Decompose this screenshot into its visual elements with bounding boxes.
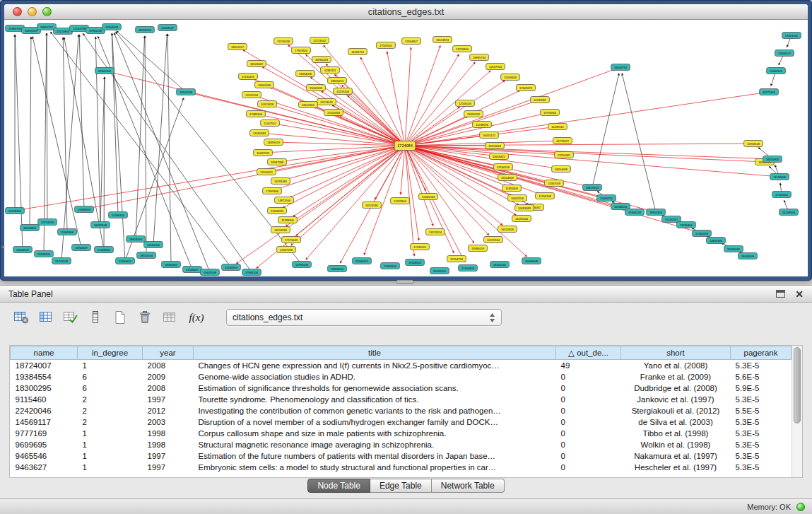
graph-node[interactable]: 16778097 [553, 138, 572, 144]
create-column-icon[interactable] [112, 310, 129, 325]
table-row[interactable]: 1830029562008Estimation of significance … [11, 382, 792, 394]
graph-node[interactable]: 14805306 [707, 238, 726, 244]
graph-node[interactable]: 17173049 [282, 237, 301, 243]
graph-node[interactable]: 17503501 [377, 42, 396, 49]
graph-node[interactable]: 17560208 [693, 230, 712, 237]
table-scrollbar[interactable] [792, 346, 802, 477]
graph-node[interactable]: 17999366 [263, 188, 282, 194]
tab-node-table[interactable]: Node Table [307, 479, 370, 493]
table-row[interactable]: 969969511998Structural magnetic resonanc… [11, 439, 792, 450]
graph-node[interactable]: 19245012 [724, 246, 743, 252]
graph-node[interactable]: 15985306 [58, 229, 77, 235]
graph-node[interactable]: 16962096 [255, 82, 274, 88]
graph-node[interactable]: 15130207 [662, 216, 681, 223]
graph-node[interactable]: 17052658 [324, 110, 343, 116]
graph-node[interactable]: 18273405 [760, 89, 779, 95]
graph-node[interactable]: 17485606 [247, 111, 266, 117]
graph-node[interactable]: 16524580 [363, 202, 382, 209]
graph-node[interactable]: 15406705 [597, 195, 616, 201]
graph-node[interactable]: 16084305 [162, 262, 181, 268]
graph-node[interactable]: 14603909 [13, 247, 33, 253]
graph-node[interactable]: 16513874 [433, 37, 452, 43]
graph-node[interactable]: 19603508 [201, 269, 220, 276]
graph-node[interactable]: 15703108 [52, 258, 71, 264]
graph-node[interactable]: 20301305 [95, 68, 114, 74]
graph-node[interactable]: 16904208 [102, 24, 122, 30]
graph-node[interactable]: 10913328 [258, 101, 277, 107]
graph-node[interactable]: 13153554 [426, 229, 445, 235]
network-window-titlebar[interactable]: citations_edges.txt [4, 4, 808, 20]
graph-node[interactable]: 12904807 [402, 38, 421, 45]
delete-column-icon[interactable] [136, 310, 153, 325]
graph-node[interactable]: 17903304 [292, 47, 311, 54]
graph-hub-node[interactable]: 1724084 [394, 141, 416, 151]
graph-node[interactable]: 18416821 [490, 153, 509, 160]
graph-node[interactable]: 19306108 [625, 209, 645, 216]
table-mode-icon[interactable] [13, 310, 30, 325]
graph-node[interactable]: 12506026 [456, 100, 475, 107]
graph-node[interactable]: 16425108 [91, 222, 110, 228]
column-icon[interactable] [87, 310, 104, 325]
graph-node[interactable]: 18103301 [299, 102, 318, 108]
graph-node[interactable]: 13754081 [555, 152, 574, 158]
graph-node[interactable]: 11007552 [261, 120, 280, 127]
graph-node[interactable]: 12637954 [486, 64, 505, 70]
graph-node[interactable]: 18903304 [647, 209, 666, 216]
graph-node[interactable]: 12223542 [310, 37, 329, 44]
graph-node[interactable]: 17609674 [517, 85, 536, 91]
tab-network-table[interactable]: Network Table [432, 479, 505, 493]
graph-node[interactable]: 16334008 [296, 71, 315, 77]
graph-node[interactable]: 12160516 [494, 164, 513, 170]
graph-node[interactable]: 12754209 [38, 219, 57, 226]
column-header-out_de[interactable]: △ out_de... [556, 346, 621, 360]
graph-node[interactable]: 15208107 [158, 25, 177, 31]
graph-node[interactable]: 11855609 [502, 185, 522, 192]
graph-node[interactable]: 12990508 [293, 262, 312, 268]
graph-node[interactable]: 14872006 [275, 197, 294, 204]
graph-node[interactable]: 19306903 [75, 206, 94, 213]
close-panel-icon[interactable]: ✕ [795, 289, 804, 299]
graph-node[interactable]: 19565683 [250, 130, 269, 136]
graph-node[interactable]: 18100235 [490, 262, 510, 268]
graph-node[interactable]: 11956108 [536, 193, 555, 199]
window-resize-grip[interactable] [396, 280, 414, 284]
graph-node[interactable]: 18103022 [247, 61, 266, 67]
graph-node[interactable]: 15260903 [222, 264, 241, 271]
graph-node[interactable]: 16706205 [430, 268, 449, 274]
graph-node[interactable]: 16500208 [177, 89, 196, 95]
graph-node[interactable]: 19208503 [406, 259, 425, 266]
graph-node[interactable]: 18903506 [126, 236, 146, 243]
graph-node[interactable]: 18503805 [20, 225, 40, 231]
graph-node[interactable]: 12447598 [277, 247, 296, 253]
function-builder-icon[interactable]: f(x) [186, 310, 207, 325]
graph-node[interactable]: 11650904 [381, 263, 400, 269]
graph-node[interactable]: 12350607 [116, 258, 135, 264]
graph-node[interactable]: 18554204 [137, 252, 156, 259]
column-header-name[interactable]: name [11, 346, 78, 360]
graph-node[interactable]: 19503206 [782, 33, 801, 39]
table-row[interactable]: 1456911722003Disruption of a novel membe… [11, 416, 792, 428]
graph-node[interactable]: 16550904 [763, 156, 782, 163]
graph-node[interactable]: 15520306 [144, 242, 163, 248]
graph-node[interactable]: 12060104 [109, 212, 128, 218]
graph-node[interactable]: 15134455 [239, 74, 258, 80]
column-header-title[interactable]: title [194, 346, 556, 360]
graph-node[interactable]: 16030508 [739, 253, 758, 259]
graph-node[interactable]: 11439312 [548, 124, 567, 130]
graph-node[interactable]: 14208906 [779, 209, 799, 216]
graph-node[interactable]: 18985734 [470, 54, 489, 61]
graph-node[interactable]: 12610651 [257, 169, 276, 175]
graph-node[interactable]: 13210803 [486, 143, 505, 149]
graph-node[interactable]: 11720608 [770, 174, 789, 180]
table-row[interactable]: 977716911998Corpus callosum shape and si… [11, 428, 792, 439]
graph-node[interactable]: 11381111 [321, 67, 340, 74]
graph-node[interactable]: 12015204 [242, 92, 261, 98]
graph-node[interactable]: 18690214 [328, 78, 347, 84]
graph-node[interactable]: 18204098 [552, 166, 571, 173]
table-row[interactable]: 911546021997Tourette syndrome. Phenomeno… [11, 394, 792, 405]
network-graph[interactable]: 1810302215134455169620961201520410913328… [4, 20, 808, 276]
graph-node[interactable]: 15060903 [767, 68, 786, 74]
graph-node[interactable]: 14699419 [264, 139, 283, 146]
table-scrollbar-thumb[interactable] [794, 347, 801, 424]
graph-node[interactable]: 17240553 [411, 244, 430, 250]
